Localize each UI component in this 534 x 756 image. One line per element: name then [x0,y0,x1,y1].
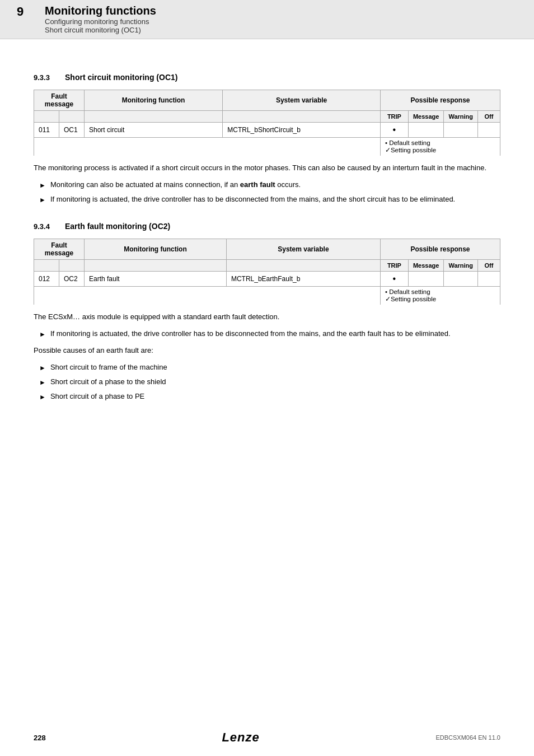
page-header: 9 Monitoring functions Configuring monit… [0,0,534,39]
section-934-number: 9.3.4 [34,222,56,231]
col-subheader-trip: TRIP [380,111,408,123]
cell-off-933 [478,123,500,138]
list-causes: ► Short circuit to frame of the machine … [39,362,500,402]
arrow-icon-5: ► [39,377,46,388]
para-933-1: The monitoring process is activated if a… [34,162,500,174]
col-subheader-empty4-934 [226,260,380,272]
arrow-icon-4: ► [39,363,46,373]
cell-message-933 [408,123,443,138]
table-934: Fault message Monitoring function System… [34,239,500,305]
col-subheader-message: Message [408,111,443,123]
doc-reference: EDBCSXM064 EN 11.0 [435,734,500,741]
col-subheader-warning-934: Warning [444,260,478,272]
cell-message-934 [408,272,443,287]
cell-fault-num-933: 011 [34,123,59,138]
legend-default-934: • Default setting [385,288,495,295]
col-header-possible-response-934: Possible response [380,239,500,260]
cause-text-2: Short circuit of a phase to the shield [50,376,166,388]
chapter-subtitle2: Short circuit monitoring (OC1) [45,26,156,34]
col-subheader-empty2 [59,111,85,123]
col-header-possible-response: Possible response [380,90,500,111]
table-933: Fault message Monitoring function System… [34,90,500,156]
cell-trip-933: • [380,123,408,138]
section-933-number: 9.3.3 [34,73,56,82]
chapter-subtitle1: Configuring monitoring functions [45,17,156,26]
list-item-cause-1: ► Short circuit to frame of the machine [39,362,500,373]
cell-monitor-fn-934: Earth fault [85,272,227,287]
col-subheader-trip-934: TRIP [380,260,408,272]
table-legend-row-933: • Default setting ✓Setting possible [34,138,500,156]
cell-off-934 [478,272,500,287]
list-text-933-2: If monitoring is actuated, the drive con… [50,194,455,205]
col-subheader-empty3 [85,111,223,123]
col-subheader-message-934: Message [408,260,443,272]
cell-legend-text-933: • Default setting ✓Setting possible [380,138,500,156]
legend-setting-934: ✓Setting possible [385,295,495,303]
arrow-icon-1: ► [39,180,46,190]
chapter-number: 9 [17,4,34,19]
list-933: ► Monitoring can also be actuated at mai… [39,179,500,205]
list-item-933-1: ► Monitoring can also be actuated at mai… [39,179,500,190]
table-row-934: 012 OC2 Earth fault MCTRL_bEarthFault_b … [34,272,500,287]
section-934-heading: 9.3.4 Earth fault monitoring (OC2) [34,222,500,231]
list-item-933-2: ► If monitoring is actuated, the drive c… [39,194,500,205]
col-subheader-off: Off [478,111,500,123]
cell-fault-code-933: OC1 [59,123,85,138]
cell-fault-num-934: 012 [34,272,59,287]
section-933-heading: 9.3.3 Short circuit monitoring (OC1) [34,73,500,82]
cell-legend-empty-934 [34,287,381,305]
earth-fault-bold: earth fault [240,180,275,189]
page-footer: 228 Lenze EDBCSXM064 EN 11.0 [0,730,534,745]
list-item-934-1: ► If monitoring is actuated, the drive c… [39,328,500,339]
table-legend-row-934: • Default setting ✓Setting possible [34,287,500,305]
legend-setting-933: ✓Setting possible [385,146,495,154]
cause-text-1: Short circuit to frame of the machine [50,362,167,373]
col-subheader-empty1-934 [34,260,59,272]
cause-text-3: Short circuit of a phase to PE [50,391,144,402]
col-subheader-empty1 [34,111,59,123]
cell-warning-934 [444,272,478,287]
cell-trip-934: • [380,272,408,287]
section-933-title: Short circuit monitoring (OC1) [65,73,177,82]
col-header-sys-var: System variable [223,90,381,111]
list-item-cause-2: ► Short circuit of a phase to the shield [39,376,500,388]
arrow-icon-2: ► [39,195,46,205]
col-header-sys-var-934: System variable [226,239,380,260]
chapter-title: Monitoring functions [45,4,156,17]
page-number: 228 [34,734,46,742]
para-causes-intro: Possible causes of an earth fault are: [34,345,500,356]
chapter-title-block: Monitoring functions Configuring monitor… [45,4,156,34]
list-item-cause-3: ► Short circuit of a phase to PE [39,391,500,402]
cell-sys-var-933: MCTRL_bShortCircuit_b [223,123,381,138]
list-934: ► If monitoring is actuated, the drive c… [39,328,500,339]
cell-legend-empty-933 [34,138,381,156]
lenze-logo: Lenze [222,730,259,745]
section-934-title: Earth fault monitoring (OC2) [65,222,170,231]
col-header-fault-message-934: Fault message [34,239,85,260]
list-text-933-1: Monitoring can also be actuated at mains… [50,179,301,190]
col-header-fault-message: Fault message [34,90,85,111]
cell-sys-var-934: MCTRL_bEarthFault_b [226,272,380,287]
legend-default-933: • Default setting [385,139,495,146]
arrow-icon-3: ► [39,329,46,339]
col-subheader-empty4 [223,111,381,123]
col-subheader-empty3-934 [85,260,227,272]
col-header-monitor-fn-934: Monitoring function [85,239,227,260]
col-subheader-off-934: Off [478,260,500,272]
cell-legend-text-934: • Default setting ✓Setting possible [380,287,500,305]
col-header-monitor-fn: Monitoring function [85,90,223,111]
cell-warning-933 [444,123,478,138]
cell-fault-code-934: OC2 [59,272,85,287]
para-934-1: The ECSxM… axis module is equipped with … [34,311,500,323]
cell-monitor-fn-933: Short circuit [85,123,223,138]
col-subheader-empty2-934 [59,260,85,272]
table-row-933: 011 OC1 Short circuit MCTRL_bShortCircui… [34,123,500,138]
list-text-934-1: If monitoring is actuated, the drive con… [50,328,451,339]
col-subheader-warning: Warning [444,111,478,123]
main-content: 9.3.3 Short circuit monitoring (OC1) Fau… [0,39,534,440]
arrow-icon-6: ► [39,392,46,402]
